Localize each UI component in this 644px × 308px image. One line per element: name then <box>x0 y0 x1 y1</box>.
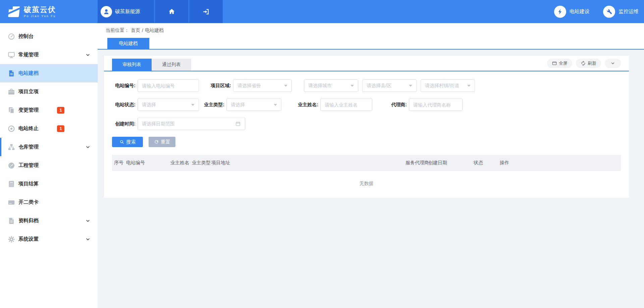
tab-passed-list[interactable]: 通过列表 <box>152 59 191 71</box>
created-time-label: 创建时间: <box>112 121 136 127</box>
sidebar: 控制台 常规管理 电站建档 <box>0 23 98 308</box>
breadcrumb-separator: / <box>142 28 143 33</box>
station-status-label: 电站状态: <box>112 102 136 108</box>
monitor-ops-label: 监控运维 <box>619 8 639 15</box>
target-icon <box>7 125 15 133</box>
chevron-down-icon <box>85 218 91 224</box>
form-buttons: 搜索 重置 <box>112 137 621 147</box>
col-actions: 操作 <box>500 160 621 166</box>
sidebar-item-engineering-mgmt[interactable]: 工程管理 <box>0 156 98 175</box>
search-icon <box>119 139 124 144</box>
topbar-account-button[interactable]: 破茧新能源 <box>98 0 154 23</box>
col-created-date: 创建日期 <box>428 160 474 166</box>
notification-badge: 1 <box>57 125 64 132</box>
home-button[interactable] <box>155 0 189 23</box>
content: 审核列表 通过列表 全屏 <box>98 50 644 198</box>
layout: 控制台 常规管理 电站建档 <box>0 23 644 308</box>
app-root: 破茧云伏 Po Jian Yun Fu 破茧新能源 <box>0 0 644 308</box>
empty-state: 无数据 <box>104 171 629 196</box>
main-area: 当前位置： 首页 / 电站建档 电站建档 审核列表 通过列表 <box>98 23 644 308</box>
archive-icon <box>7 217 15 225</box>
province-select[interactable]: 请选择省份 <box>233 79 292 92</box>
sidebar-item-label: 电站终止 <box>18 125 39 132</box>
sidebar-item-label: 变更管理 <box>18 107 39 113</box>
gear-icon <box>7 235 15 243</box>
calendar-icon <box>235 121 241 127</box>
sidebar-item-type2-card[interactable]: 开二类卡 <box>0 193 98 211</box>
search-button[interactable]: 搜索 <box>112 137 143 147</box>
owner-type-select[interactable]: 请选择 <box>226 99 281 111</box>
top-bar: 破茧云伏 Po Jian Yun Fu 破茧新能源 <box>0 0 644 23</box>
sidebar-item-project-initiation[interactable]: 项目立项 <box>0 82 98 101</box>
agent-input[interactable] <box>409 99 463 111</box>
page-tab-station-filing[interactable]: 电站建档 <box>107 38 149 49</box>
monitor-ops-nav[interactable]: 监控运维 <box>603 6 639 18</box>
reset-icon <box>154 139 159 144</box>
tab-review-list[interactable]: 审核列表 <box>112 59 152 71</box>
topbar-right: 电站建设 监控运维 <box>554 0 644 23</box>
refresh-button[interactable]: 刷新 <box>576 59 601 68</box>
search-label: 搜索 <box>126 139 136 145</box>
fullscreen-label: 全屏 <box>559 60 568 66</box>
card-icon <box>7 198 15 206</box>
col-owner-name: 业主姓名 <box>170 160 192 166</box>
collapse-button[interactable] <box>605 59 621 68</box>
sidebar-item-project-settlement[interactable]: 项目结算 <box>0 175 98 193</box>
owner-type-placeholder: 请选择 <box>231 102 245 108</box>
company-name: 破茧新能源 <box>115 8 140 15</box>
brand-title: 破茧云伏 <box>24 6 56 14</box>
brand: 破茧云伏 Po Jian Yun Fu <box>0 0 98 23</box>
caret-down-icon <box>274 104 277 106</box>
form-row-1: 电站编号: 项目区域: 请选择省份 请选择城市 <box>112 79 621 92</box>
sidebar-item-warehouse-mgmt[interactable]: 仓库管理 <box>0 138 98 156</box>
avatar <box>101 6 112 17</box>
refresh-icon <box>581 61 586 66</box>
gauge-icon <box>7 33 15 41</box>
fullscreen-button[interactable]: 全屏 <box>547 59 572 68</box>
sidebar-item-change-mgmt[interactable]: 变更管理 1 <box>0 101 98 119</box>
village-select[interactable]: 请选择村镇/街道 <box>421 79 475 92</box>
logout-button[interactable] <box>189 0 223 23</box>
station-build-nav[interactable]: 电站建设 <box>554 6 590 18</box>
station-no-label: 电站编号: <box>112 83 136 89</box>
caret-down-icon <box>191 104 195 106</box>
reset-button[interactable]: 重置 <box>149 137 175 147</box>
sign-in-icon <box>202 8 210 16</box>
sidebar-item-station-filing[interactable]: 电站建档 <box>0 64 98 82</box>
user-icon <box>103 8 110 15</box>
panel: 审核列表 通过列表 全屏 <box>104 56 629 198</box>
table-header-row: 序号 电站编号 业主姓名 业主类型 项目地址 服务代理商 创建日期 状态 操作 <box>112 155 621 171</box>
county-select[interactable]: 请选择县/区 <box>362 79 417 92</box>
date-range-placeholder: 请选择日期范围 <box>142 121 175 127</box>
caret-down-icon <box>409 85 412 87</box>
sidebar-item-label: 开二类卡 <box>18 199 39 205</box>
owner-name-input[interactable] <box>320 99 372 111</box>
sidebar-item-system-settings[interactable]: 系统设置 <box>0 230 98 248</box>
sidebar-item-general-mgmt[interactable]: 常规管理 <box>0 46 98 64</box>
breadcrumb-home-link[interactable]: 首页 <box>131 27 140 34</box>
city-select[interactable]: 请选择城市 <box>304 79 358 92</box>
empty-text: 无数据 <box>360 181 374 187</box>
sidebar-item-label: 项目结算 <box>18 181 39 187</box>
owner-type-label: 业主类型: <box>202 102 224 108</box>
sitemap-icon <box>7 143 15 151</box>
owner-name-label: 业主姓名: <box>297 102 318 108</box>
sidebar-item-console[interactable]: 控制台 <box>0 27 98 46</box>
col-owner-type: 业主类型 <box>192 160 211 166</box>
chevron-down-icon <box>610 61 615 66</box>
sidebar-item-data-archive[interactable]: 资料归档 <box>0 211 98 230</box>
brand-text: 破茧云伏 Po Jian Yun Fu <box>24 6 56 18</box>
agent-label: 代理商: <box>387 102 407 108</box>
col-status: 状态 <box>474 160 500 166</box>
date-range-input[interactable]: 请选择日期范围 <box>138 118 245 130</box>
monitor-icon <box>7 51 15 59</box>
region-label: 项目区域: <box>209 83 231 89</box>
sidebar-item-station-termination[interactable]: 电站终止 1 <box>0 119 98 138</box>
station-no-input[interactable] <box>138 79 199 92</box>
sidebar-item-label: 电站建档 <box>18 70 39 76</box>
province-placeholder: 请选择省份 <box>237 83 261 89</box>
chevron-down-icon <box>85 236 91 242</box>
copy-icon <box>7 106 15 114</box>
sidebar-item-label: 系统设置 <box>18 236 39 242</box>
station-status-select[interactable]: 请选择 <box>138 99 199 111</box>
